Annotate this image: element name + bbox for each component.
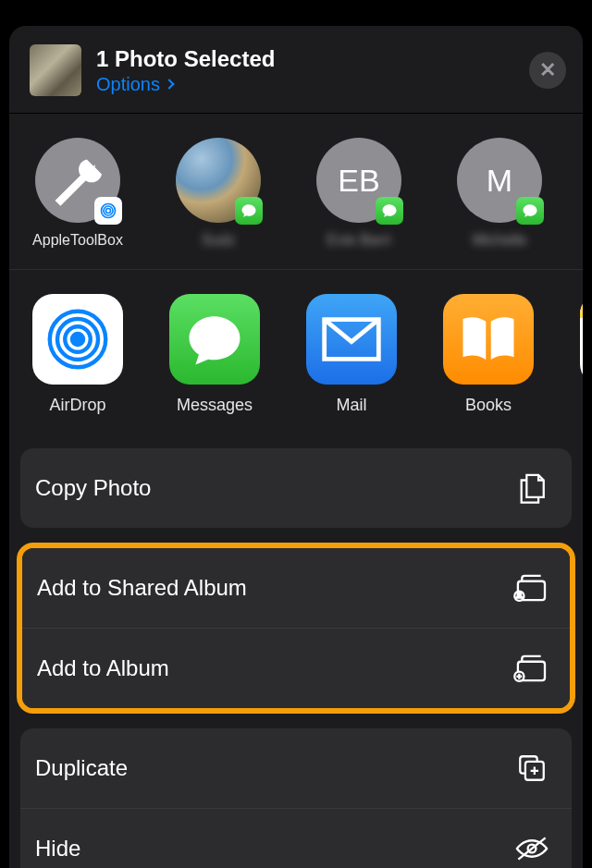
messages-badge-icon [235,197,263,225]
notes-icon [580,294,583,385]
options-link[interactable]: Options [96,74,529,95]
share-sheet: 1 Photo Selected Options ✕ AppleToolBox [9,26,583,868]
action-label: Add to Shared Album [37,575,247,601]
action-copy-photo[interactable]: Copy Photo [20,448,572,528]
action-group: Duplicate Hide [20,728,572,868]
photo-thumbnail [30,44,81,96]
copy-icon [514,471,549,506]
app-label: Books [440,396,536,415]
action-label: Duplicate [35,755,128,781]
action-add-shared-album[interactable]: Add to Shared Album [22,548,570,628]
messages-icon [169,294,260,385]
contacts-row[interactable]: AppleToolBox Sudz EB Evie Barri M [9,114,583,269]
contact-photo[interactable]: Sudz [168,138,268,249]
header: 1 Photo Selected Options ✕ [9,26,583,113]
messages-badge-icon [516,197,544,225]
books-icon [443,294,534,385]
avatar: EB [316,138,401,223]
album-icon [512,651,548,686]
avatar [35,138,120,223]
contact-label: Sudz [168,232,268,249]
svg-point-1 [104,206,113,215]
header-title: 1 Photo Selected [96,46,529,72]
avatar-initials: M [487,163,512,199]
avatar [176,138,261,223]
contact-m[interactable]: M Michelle [450,138,549,249]
duplicate-icon [514,751,549,786]
mail-icon [306,294,397,385]
app-messages[interactable]: Messages [166,294,263,415]
action-add-album[interactable]: Add to Album [22,628,570,708]
highlight-box: Add to Shared Album Add to Album [17,543,575,714]
app-mail[interactable]: Mail [303,294,400,415]
airdrop-badge-icon [94,197,122,225]
airdrop-icon [32,294,123,385]
contact-eb[interactable]: EB Evie Barri [309,138,409,249]
contact-appletoolbox[interactable]: AppleToolBox [28,138,128,249]
close-icon: ✕ [539,58,556,82]
contact-label: Evie Barri [309,232,409,249]
avatar-initials: EB [338,163,379,199]
avatar: M [457,138,542,223]
options-label: Options [96,74,160,95]
action-label: Copy Photo [35,475,151,501]
action-group: Copy Photo [20,448,572,528]
app-label: AirDrop [30,396,126,415]
svg-point-3 [72,334,83,345]
action-duplicate[interactable]: Duplicate [20,728,572,808]
svg-point-0 [106,209,111,214]
app-label: Mail [303,396,400,415]
contact-label: AppleToolBox [28,232,128,249]
shared-album-icon [512,570,548,605]
contact-label: Michelle [450,232,549,249]
app-label: Messages [166,396,263,415]
action-group: Add to Shared Album Add to Album [22,548,570,708]
messages-badge-icon [376,197,403,225]
app-label: Notes [577,396,583,415]
hide-icon [514,831,549,866]
actions-list: Copy Photo Add to Shared Album Add to Al… [9,443,583,868]
apps-row[interactable]: AirDrop Messages Mail Books Notes [9,269,583,443]
close-button[interactable]: ✕ [529,52,566,89]
action-hide[interactable]: Hide [20,808,572,868]
app-notes[interactable]: Notes [577,294,583,415]
app-airdrop[interactable]: AirDrop [30,294,126,415]
action-label: Add to Album [37,655,169,681]
chevron-right-icon [164,79,174,89]
action-label: Hide [35,836,80,862]
app-books[interactable]: Books [440,294,536,415]
header-text: 1 Photo Selected Options [96,46,529,95]
